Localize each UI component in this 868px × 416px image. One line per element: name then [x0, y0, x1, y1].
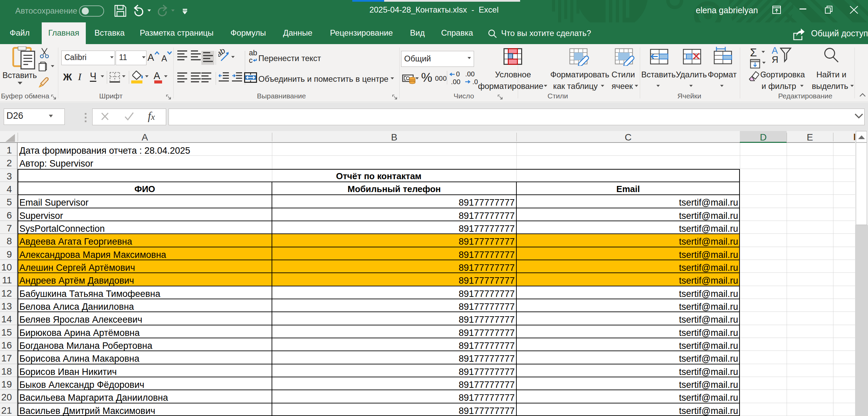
svg-text:.00: .00	[451, 78, 460, 86]
svg-text:ab: ab	[218, 49, 227, 59]
svg-text:.0: .0	[472, 78, 478, 86]
svg-text:c: c	[249, 56, 253, 64]
svg-text:0: 0	[456, 71, 460, 78]
svg-text:.00: .00	[465, 71, 475, 78]
